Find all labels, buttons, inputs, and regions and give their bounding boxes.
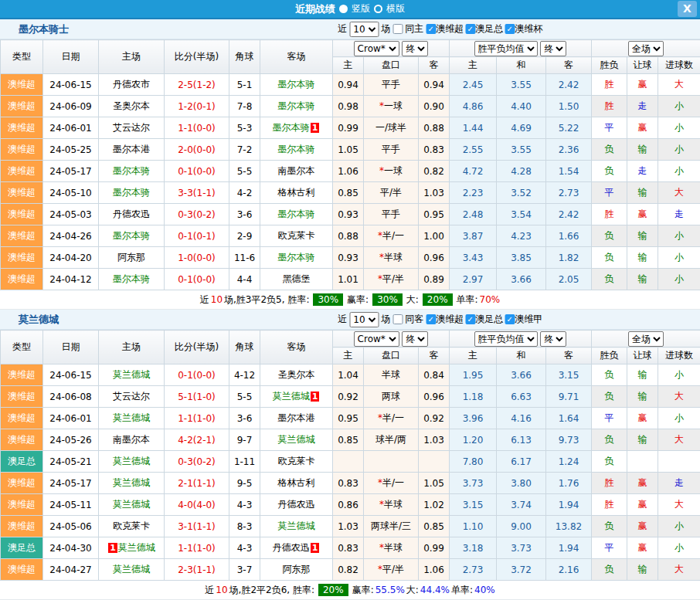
date-cell: 24-05-06: [43, 516, 99, 537]
league-checkbox[interactable]: ✓: [505, 314, 515, 324]
team-label: 墨尔本骑: [278, 100, 315, 111]
team-label: 欧克莱卡: [278, 230, 315, 241]
avg-stage-select[interactable]: 终: [540, 41, 566, 56]
table-header-row: 类型 日期 主场 比分(半场) 角球 客场 Crow* 终 胜平负均值 终 全场: [1, 331, 700, 347]
avg-draw-cell: 6.63: [497, 386, 546, 408]
handicap-result-cell: 输: [627, 247, 658, 269]
league-checkbox-label[interactable]: 澳足总: [475, 313, 503, 326]
home-team-cell: 墨尔本港: [99, 139, 165, 161]
corner-cell: 7-2: [229, 139, 260, 161]
same-side-checkbox[interactable]: [392, 24, 403, 34]
league-checkbox[interactable]: ✓: [505, 24, 515, 34]
table-row: 澳维超24-06-15丹德农市2-5(1-2)5-1墨尔本骑0.94平手0.94…: [1, 74, 700, 96]
scope-select[interactable]: 全场: [628, 331, 664, 347]
crow-away-odds: 0.82: [419, 161, 450, 182]
vertical-layout-radio[interactable]: [339, 5, 348, 13]
league-cell: 澳维超: [1, 429, 43, 451]
league-cell: 澳维超: [1, 74, 43, 96]
odds-company-select[interactable]: Crow*: [354, 41, 399, 56]
corner-cell: 3-7: [229, 559, 260, 581]
col-home: 主场: [99, 40, 165, 74]
table-row: 澳维超24-06-08艾云达尔5-1(1-0)5-5莫兰德城10.92两球0.9…: [1, 386, 700, 408]
col-date: 日期: [43, 331, 99, 364]
avg-home-cell: 3.18: [450, 537, 497, 559]
date-cell: 24-04-12: [43, 269, 99, 290]
vertical-layout-label[interactable]: 竖版: [352, 2, 370, 15]
corner-cell: 1-11: [229, 451, 260, 473]
odds-stage-select[interactable]: 终: [402, 41, 428, 56]
avg-away-cell: 1.82: [546, 247, 592, 269]
result-cell: 负: [592, 451, 627, 473]
crow-away-odds: 1.05: [419, 473, 450, 494]
team-label: 莫兰德城: [113, 477, 150, 488]
away-team-cell: 格林古利: [260, 473, 333, 494]
horizontal-layout-label[interactable]: 横版: [386, 2, 405, 15]
score-cell: 4-2(2-1): [165, 429, 229, 451]
team-label: 黑德堡: [283, 273, 311, 284]
handicap-result-cell: 赢: [627, 204, 658, 225]
odds-company-select[interactable]: Crow*: [354, 331, 399, 347]
handicap-result-cell: 赢: [627, 494, 658, 516]
team-name: 莫兰德城: [19, 313, 59, 327]
date-cell: 24-04-30: [43, 537, 99, 559]
scope-select[interactable]: 全场: [628, 41, 664, 56]
odds-stage-select[interactable]: 终: [402, 331, 428, 347]
home-team-cell: 艾云达尔: [99, 117, 165, 139]
score-cell: 3-3(1-1): [165, 182, 229, 204]
games-count-select[interactable]: 10: [349, 22, 379, 37]
goals-result-cell: 小: [658, 225, 700, 247]
avg-draw-cell: 6.17: [497, 451, 546, 473]
same-side-checkbox[interactable]: [392, 314, 403, 324]
home-team-cell: 墨尔本骑: [99, 182, 165, 204]
league-checkbox[interactable]: ✓: [426, 314, 436, 324]
league-checkbox-label[interactable]: 澳维甲: [515, 313, 542, 326]
col-crow-home: 主: [333, 57, 364, 74]
league-checkbox[interactable]: ✓: [426, 24, 436, 34]
summary-row: 近10场,胜2平2负6, 胜率:20%赢率:55.5%大:44.4%单率:40%: [0, 581, 700, 600]
result-cell: 胜: [592, 473, 627, 494]
league-cell: 澳维超: [1, 96, 43, 117]
result-cell: 平: [592, 408, 627, 429]
summary-text: 赢率:: [347, 293, 369, 307]
avg-away-cell: 13.82: [546, 516, 592, 537]
league-checkbox-label[interactable]: 澳维超: [436, 313, 464, 326]
league-cell: 澳维超: [1, 559, 43, 581]
avg-home-cell: 4.86: [450, 96, 497, 117]
scope-group: 全场: [592, 40, 700, 57]
avg-stage-select[interactable]: 终: [540, 331, 566, 347]
avg-draw-cell: 3.80: [497, 473, 546, 494]
crow-home-odds: 0.99: [333, 117, 364, 139]
score-cell: 3-1(1-1): [165, 516, 229, 537]
date-cell: 24-05-17: [43, 473, 99, 494]
team-label: 阿东那: [283, 564, 311, 575]
avg-away-cell: 2.36: [546, 139, 592, 161]
team-label: 欧克莱卡: [278, 456, 315, 466]
avg-away-cell: 2.42: [546, 204, 592, 225]
avg-type-select[interactable]: 胜平负均值: [474, 331, 538, 347]
team-label: 格林古利: [278, 187, 315, 198]
col-goals: 进球数: [658, 57, 700, 74]
crow-away-odds: 0.84: [419, 364, 450, 386]
team-label: 格林古利: [278, 477, 315, 488]
games-count-select[interactable]: 10: [349, 312, 379, 327]
horizontal-layout-radio[interactable]: [374, 5, 382, 13]
crow-home-odds: 0.98: [333, 96, 364, 117]
league-checkbox[interactable]: ✓: [465, 314, 475, 324]
close-icon[interactable]: X: [678, 1, 697, 17]
col-corner: 角球: [229, 40, 260, 74]
result-cell: 负: [592, 386, 627, 408]
avg-type-select[interactable]: 胜平负均值: [474, 41, 538, 56]
team-label: 墨尔本骑: [113, 187, 150, 198]
league-checkbox[interactable]: ✓: [465, 24, 475, 34]
handicap-cell: *平/半: [364, 559, 419, 581]
crow-away-odds: 0.85: [419, 516, 450, 537]
avg-draw-cell: 4.16: [497, 408, 546, 429]
goals-result-cell: 小: [658, 269, 700, 290]
league-checkbox-label[interactable]: 澳维超: [436, 22, 464, 36]
crow-home-odds: 0.86: [333, 494, 364, 516]
avg-draw-cell: 3.66: [497, 364, 546, 386]
league-checkbox-label[interactable]: 澳维杯: [515, 22, 542, 36]
league-checkbox-label[interactable]: 澳足总: [475, 22, 503, 36]
crow-home-odds: 1.04: [333, 364, 364, 386]
crow-away-odds: 0.90: [419, 96, 450, 117]
